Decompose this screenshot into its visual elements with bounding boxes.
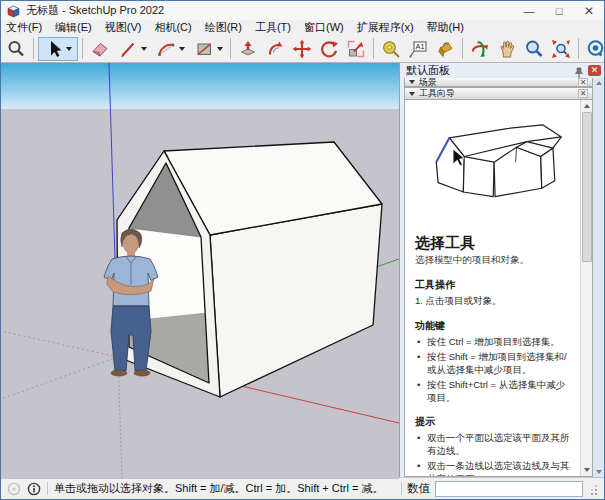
collapse-caret-icon [409, 92, 415, 96]
minimize-button[interactable]: — [514, 1, 544, 20]
menu-item[interactable]: 绘图(R) [205, 20, 242, 35]
menu-item[interactable]: 扩展程序(x) [357, 20, 414, 35]
toolbar-separator [578, 38, 579, 59]
close-button[interactable]: ✕ [574, 1, 604, 20]
zoom-extents-button[interactable] [548, 37, 574, 61]
toolbar-separator [33, 38, 34, 59]
instruction-line: 按住 Ctrl = 增加项目到选择集。 [415, 336, 574, 349]
info-status-icon[interactable] [27, 482, 41, 496]
panel-bar-instructor[interactable]: 工具向导 ✕ [404, 87, 593, 100]
rectangle-button[interactable] [190, 37, 226, 61]
zoom-icon [524, 39, 544, 59]
zoom-extents-icon [551, 39, 571, 59]
measurements-input[interactable] [435, 481, 583, 497]
text-button[interactable]: A1 [405, 37, 431, 61]
tray-scroll-up-icon[interactable] [596, 81, 602, 85]
scale-button[interactable] [343, 37, 369, 61]
scale-icon [346, 39, 366, 59]
pan-hand-icon [497, 39, 517, 59]
status-separator [47, 482, 48, 495]
arc-button[interactable] [151, 37, 189, 61]
panel-bar-scenes[interactable]: 场景 ✕ [404, 78, 593, 87]
instructor-scrollbar[interactable] [580, 100, 592, 476]
toolbar-separator [462, 38, 463, 59]
rectangle-dropdown-arrow[interactable] [217, 47, 223, 51]
geolocation-status-icon[interactable] [7, 482, 21, 496]
select-dropdown-arrow[interactable] [66, 47, 72, 51]
tape-measure-icon [381, 39, 401, 59]
orbit-icon [470, 39, 490, 59]
zoom-button[interactable] [521, 37, 547, 61]
push-pull-icon [238, 39, 258, 59]
paint-bucket-icon [435, 39, 455, 59]
instructor-heading: 选择工具 [415, 234, 574, 253]
tray-scroll-down-icon[interactable] [596, 470, 602, 474]
rotate-button[interactable] [316, 37, 342, 61]
push-pull-button[interactable] [235, 37, 261, 61]
paint-bucket-button[interactable] [432, 37, 458, 61]
illus-front-wall [463, 157, 494, 197]
measurements-label: 数值 [407, 481, 430, 496]
section-title-operation: 工具操作 [415, 278, 574, 292]
menu-item[interactable]: 相机(C) [154, 20, 191, 35]
tray-title: 默认面板 [406, 63, 573, 78]
menu-item[interactable]: 工具(T) [255, 20, 291, 35]
select-button[interactable] [38, 37, 78, 61]
scroll-down-button[interactable] [581, 464, 593, 476]
eraser-button[interactable] [87, 37, 113, 61]
menu-item[interactable]: 文件(F) [6, 20, 42, 35]
pin-icon[interactable] [573, 65, 585, 77]
menu-item[interactable]: 帮助(H) [427, 20, 464, 35]
menu-item[interactable]: 视图(V) [105, 20, 142, 35]
search-button[interactable] [3, 37, 29, 61]
maximize-button[interactable]: □ [544, 1, 574, 20]
instructor-subtitle: 选择模型中的项目和对象。 [415, 254, 574, 267]
panel-close-icon[interactable]: ✕ [578, 78, 588, 87]
tape-measure-button[interactable] [378, 37, 404, 61]
orbit-button[interactable] [467, 37, 493, 61]
sketchup-window: 无标题 - SketchUp Pro 2022 — □ ✕ 文件(F)编辑(E)… [0, 0, 605, 500]
svg-text:A1: A1 [416, 42, 425, 51]
3d-warehouse-icon [586, 39, 605, 59]
sky [1, 63, 399, 109]
main-area: 默认面板 ✕ 场景 ✕ 工具向导 ✕ [1, 63, 604, 477]
offset-button[interactable] [262, 37, 288, 61]
3d-warehouse-button[interactable] [583, 37, 605, 61]
section-title-modifiers: 功能键 [415, 319, 574, 333]
instruction-line: 按住 Shift+Ctrl = 从选择集中减少项目。 [415, 379, 574, 404]
tray-close-button[interactable]: ✕ [588, 65, 601, 76]
collapse-caret-icon [409, 80, 415, 84]
instruction-line: 1. 点击项目或对象。 [415, 295, 574, 308]
toolbar-separator [373, 38, 374, 59]
arc-dropdown-arrow[interactable] [179, 47, 185, 51]
scrollbar-thumb[interactable] [582, 112, 592, 262]
person-sandal-right [134, 370, 150, 376]
text-tool-icon: A1 [408, 39, 428, 59]
offset-icon [265, 39, 285, 59]
instruction-line: 双击一条边线以选定该边线及与其共享的平面。 [415, 460, 574, 476]
model-viewport[interactable] [1, 63, 399, 479]
panel-label: 工具向导 [419, 87, 578, 100]
rectangle-tool-icon [194, 39, 214, 59]
resize-grip-icon[interactable] [588, 482, 598, 496]
toolbar-separator [82, 38, 83, 59]
rotate-icon [319, 39, 339, 59]
panel-close-icon[interactable]: ✕ [578, 89, 588, 98]
instruction-line: 按住 Shift = 增加项目到选择集和/或从选择集中减少项目。 [415, 351, 574, 376]
illus-hip-lines [553, 137, 561, 148]
pan-button[interactable] [494, 37, 520, 61]
menu-item[interactable]: 编辑(E) [55, 20, 92, 35]
triangle-up-icon [584, 104, 590, 108]
tray-scrollbar[interactable] [593, 78, 604, 477]
line-dropdown-arrow[interactable] [141, 47, 147, 51]
menu-item[interactable]: 窗口(W) [304, 20, 344, 35]
line-button[interactable] [114, 37, 150, 61]
scroll-up-button[interactable] [581, 100, 593, 112]
model-canvas [1, 63, 399, 479]
move-button[interactable] [289, 37, 315, 61]
menu-bar: 文件(F)编辑(E)视图(V)相机(C)绘图(R)工具(T)窗口(W)扩展程序(… [1, 20, 604, 35]
arc-tool-icon [156, 39, 176, 59]
panel-label: 场景 [419, 78, 578, 87]
person-sandal-left [111, 370, 127, 376]
status-bar: 单击或拖动以选择对象。Shift = 加/减。Ctrl = 加。Shift + … [1, 477, 604, 499]
